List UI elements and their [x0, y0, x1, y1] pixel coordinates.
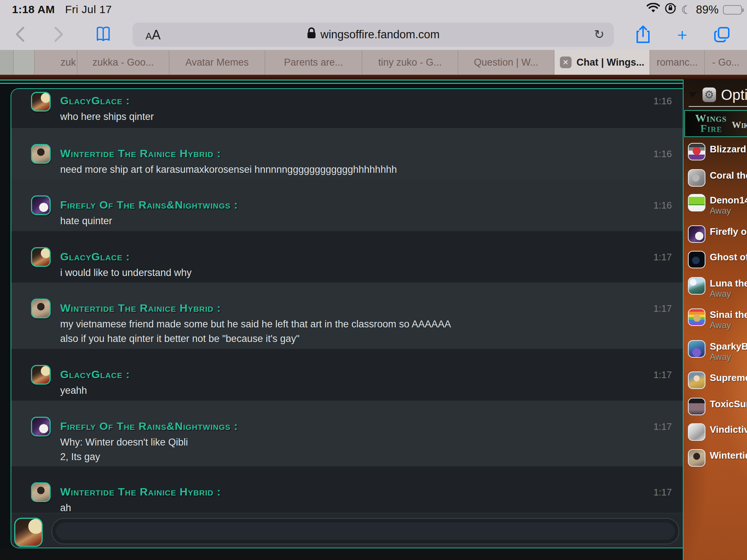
- chat-message: GlacyGlace : who here ships qinter 1:16: [11, 89, 683, 128]
- message-input-row: [11, 513, 683, 548]
- user-list-item[interactable]: Sinai the Away: [684, 308, 747, 340]
- message-timestamp: 1:16: [653, 148, 672, 160]
- avatar-wintertide[interactable]: [31, 299, 51, 318]
- message-timestamp: 1:17: [653, 303, 672, 314]
- user-list-item[interactable]: Firefly o: [684, 225, 747, 251]
- avatar-glacyglace[interactable]: [31, 92, 51, 112]
- user-list-item[interactable]: Coral the: [684, 169, 747, 194]
- user-list-item[interactable]: Supreme: [684, 372, 747, 398]
- safari-toolbar: AA wingsoffire.fandom.com ↻ ＋: [0, 19, 747, 50]
- back-button[interactable]: [11, 24, 29, 44]
- user-list: Blizzard Coral the Denon14 Away Firefly …: [684, 143, 747, 475]
- avatar-wintertide[interactable]: [31, 482, 51, 502]
- message-username[interactable]: Wintertide The Rainice Hybrid :: [60, 147, 639, 160]
- tab-romanc[interactable]: romanc...: [650, 50, 705, 75]
- tab-strip: zuk zukka - Goo... Avatar Memes Parents …: [0, 50, 747, 75]
- forward-button[interactable]: [50, 24, 68, 44]
- user-list-item[interactable]: Ghost of: [684, 251, 747, 277]
- user-name: Vindictiv: [710, 423, 747, 435]
- user-name: Coral the: [710, 169, 747, 181]
- message-timestamp: 1:17: [653, 487, 672, 498]
- chat-message: Firefly Of The Rains&Nightwings : Why: W…: [11, 401, 683, 466]
- chat-message: Wintertide The Rainice Hybrid : my vietn…: [11, 283, 683, 349]
- tab-zuk[interactable]: zuk: [35, 50, 77, 75]
- current-user-avatar[interactable]: [14, 518, 43, 547]
- gear-icon[interactable]: ⚙: [703, 88, 716, 102]
- avatar-blizzard: [688, 143, 705, 160]
- chat-log: GlacyGlace : who here ships qinter 1:16 …: [11, 88, 683, 548]
- status-time-date: 1:18 AMFri Jul 17: [12, 3, 112, 16]
- new-tab-plus-icon[interactable]: ＋: [673, 24, 691, 44]
- user-name: Ghost of: [710, 251, 747, 262]
- user-list-item[interactable]: Wintertid: [684, 449, 747, 475]
- wifi-icon: [647, 3, 660, 16]
- avatar-supreme: [688, 372, 705, 389]
- tab-avatar-memes[interactable]: Avatar Memes: [169, 50, 265, 75]
- message-username[interactable]: GlacyGlace :: [60, 250, 639, 263]
- tab-stub-left-2[interactable]: [13, 50, 35, 75]
- user-list-item[interactable]: Vindictiv: [684, 423, 747, 449]
- wiki-logo-text: Wings Fire: [695, 113, 727, 133]
- battery-percent: 89%: [696, 3, 719, 16]
- message-username[interactable]: Firefly Of The Rains&Nightwings :: [60, 198, 639, 211]
- url-text: wingsoffire.fandom.com: [321, 28, 440, 41]
- user-list-item[interactable]: Blizzard: [684, 143, 747, 169]
- chat-message: GlacyGlace : i would like to understand …: [11, 231, 683, 283]
- message-text: my vietnamese friend made some but he sa…: [60, 317, 639, 331]
- user-list-item[interactable]: Denon14 Away: [684, 194, 747, 225]
- message-input[interactable]: [51, 518, 679, 544]
- user-list-item[interactable]: SparkyBo Away: [684, 340, 747, 372]
- user-name: Blizzard: [710, 143, 747, 155]
- message-text: who here ships qinter: [60, 109, 639, 124]
- chevron-down-icon[interactable]: [689, 92, 697, 97]
- message-timestamp: 1:17: [653, 369, 672, 381]
- tab-go[interactable]: - Go...: [705, 50, 747, 75]
- avatar-toxicsun: [688, 398, 705, 415]
- message-text: 2, Its gay: [60, 450, 639, 464]
- avatar-wintertide[interactable]: [31, 144, 51, 164]
- tab-chat-wings-active[interactable]: ✕ Chat | Wings...: [554, 50, 650, 75]
- message-username[interactable]: Wintertide The Rainice Hybrid :: [60, 302, 639, 315]
- avatar-firefly[interactable]: [31, 417, 51, 436]
- avatar-glacyglace[interactable]: [31, 365, 51, 385]
- message-username[interactable]: GlacyGlace :: [60, 368, 639, 381]
- clock: 1:18 AM: [12, 3, 55, 15]
- close-tab-icon[interactable]: ✕: [560, 57, 572, 68]
- chat-page: GlacyGlace : who here ships qinter 1:16 …: [0, 75, 747, 560]
- bookmarks-icon[interactable]: [94, 24, 112, 44]
- tab-overview-icon[interactable]: [713, 24, 731, 44]
- chat-message: Wintertide The Rainice Hybrid : need mor…: [11, 128, 683, 179]
- teal-border-line-2: [0, 83, 747, 84]
- teal-border-line: [0, 79, 747, 81]
- options-label[interactable]: Opti: [721, 87, 747, 103]
- message-text: hate quinter: [60, 214, 639, 228]
- avatar-glacyglace[interactable]: [31, 247, 51, 267]
- message-username[interactable]: GlacyGlace :: [60, 94, 639, 107]
- address-bar[interactable]: AA wingsoffire.fandom.com ↻: [132, 23, 614, 47]
- tab-tiny-zuko[interactable]: tiny zuko - G...: [362, 50, 458, 75]
- options-row[interactable]: ⚙ Opti: [684, 86, 747, 104]
- tab-stub-left[interactable]: [0, 50, 13, 75]
- message-username[interactable]: Firefly Of The Rains&Nightwings :: [60, 420, 639, 433]
- reload-icon[interactable]: ↻: [594, 27, 605, 42]
- message-text: yeahh: [60, 383, 639, 398]
- avatar-firefly[interactable]: [31, 195, 51, 215]
- lock-icon: [307, 27, 316, 42]
- avatar-coral: [688, 169, 705, 187]
- user-name: Sinai the: [710, 308, 747, 320]
- user-list-item[interactable]: Luna the Away: [684, 277, 747, 308]
- do-not-disturb-moon-icon: ☾: [681, 4, 692, 16]
- wiki-logo[interactable]: Wings Fire Wiki: [684, 110, 747, 137]
- message-username[interactable]: Wintertide The Rainice Hybrid :: [60, 485, 639, 498]
- avatar-vindictiv: [688, 423, 705, 441]
- status-bar: 1:18 AMFri Jul 17 ☾ 89%: [0, 0, 747, 19]
- message-text: Why: Winter doesn't like Qibli: [60, 435, 639, 450]
- share-icon[interactable]: [634, 24, 652, 44]
- message-timestamp: 1:16: [653, 96, 672, 107]
- user-list-item[interactable]: ToxicSun: [684, 398, 747, 423]
- chat-message: Wintertide The Rainice Hybrid : ah 1:17: [11, 466, 683, 513]
- avatar-luna: [688, 277, 705, 295]
- tab-question[interactable]: Question | W...: [458, 50, 554, 75]
- tab-parents-are[interactable]: Parents are...: [265, 50, 362, 75]
- tab-zukka[interactable]: zukka - Goo...: [77, 50, 169, 75]
